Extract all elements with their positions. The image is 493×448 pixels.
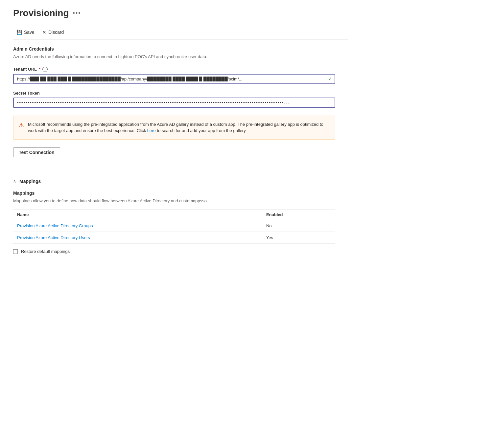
table-row: Provision Azure Active Directory GroupsN… [13,220,335,232]
tenant-url-input[interactable] [13,74,335,84]
test-connection-button[interactable]: Test Connection [13,147,60,157]
tenant-url-info-icon[interactable]: i [42,67,48,72]
warning-triangle-icon: ⚠ [19,122,24,134]
tenant-url-field-group: Tenant URL * i ✓ [13,67,348,84]
secret-token-field-group: Secret Token [13,91,348,108]
more-options-icon[interactable]: ••• [73,10,81,17]
tenant-url-wrapper: ✓ [13,74,335,84]
tenant-url-required: * [39,67,40,72]
save-label: Save [24,30,35,35]
tenant-url-label: Tenant URL * i [13,67,348,72]
warning-box: ⚠ Microsoft recommends using the pre-int… [13,116,335,140]
mapping-name-cell: Provision Azure Active Directory Users [13,232,262,244]
page-header: Provisioning ••• [13,8,348,18]
mapping-name-cell: Provision Azure Active Directory Groups [13,220,262,232]
restore-mappings-row: Restore default mappings [13,249,348,254]
mappings-description: Mappings allow you to define how data sh… [13,198,348,204]
discard-icon: ✕ [42,30,46,35]
mappings-table: Name Enabled Provision Azure Active Dire… [13,209,335,244]
mapping-enabled-cell: No [262,220,335,232]
save-button[interactable]: 💾 Save [13,28,38,37]
warning-text: Microsoft recommends using the pre-integ… [28,121,330,134]
restore-mappings-checkbox[interactable] [13,249,18,254]
table-row: Provision Azure Active Directory UsersYe… [13,232,335,244]
mappings-description-title: Mappings [13,190,348,196]
mapping-link[interactable]: Provision Azure Active Directory Users [17,235,90,240]
mappings-header[interactable]: ∧ Mappings [13,179,348,184]
mappings-table-header-row: Name Enabled [13,210,335,220]
restore-mappings-label: Restore default mappings [21,249,70,254]
mappings-section-title: Mappings [19,179,41,184]
mappings-table-head: Name Enabled [13,210,335,220]
discard-button[interactable]: ✕ Discard [39,28,67,37]
secret-token-label: Secret Token [13,91,348,96]
save-icon: 💾 [16,30,22,35]
admin-credentials-description: Azure AD needs the following information… [13,54,348,60]
toolbar: 💾 Save ✕ Discard [13,25,348,40]
page-title: Provisioning [13,8,69,18]
mappings-section: ∧ Mappings Mappings Mappings allow you t… [13,179,348,254]
chevron-up-icon: ∧ [13,179,16,184]
discard-label: Discard [48,30,64,35]
secret-token-input[interactable] [13,98,335,108]
input-valid-icon: ✓ [328,76,332,81]
section-divider-2 [13,262,348,262]
mapping-enabled-cell: Yes [262,232,335,244]
col-header-enabled: Enabled [262,210,335,220]
admin-credentials-title: Admin Credentials [13,46,348,52]
mapping-link[interactable]: Provision Azure Active Directory Groups [17,223,93,228]
page-container: Provisioning ••• 💾 Save ✕ Discard Admin … [0,0,362,270]
secret-token-wrapper [13,98,335,108]
admin-credentials-section: Admin Credentials Azure AD needs the fol… [13,46,348,108]
col-header-name: Name [13,210,262,220]
section-divider-1 [13,172,348,172]
mappings-table-body: Provision Azure Active Directory GroupsN… [13,220,335,244]
warning-link[interactable]: here [147,128,156,133]
